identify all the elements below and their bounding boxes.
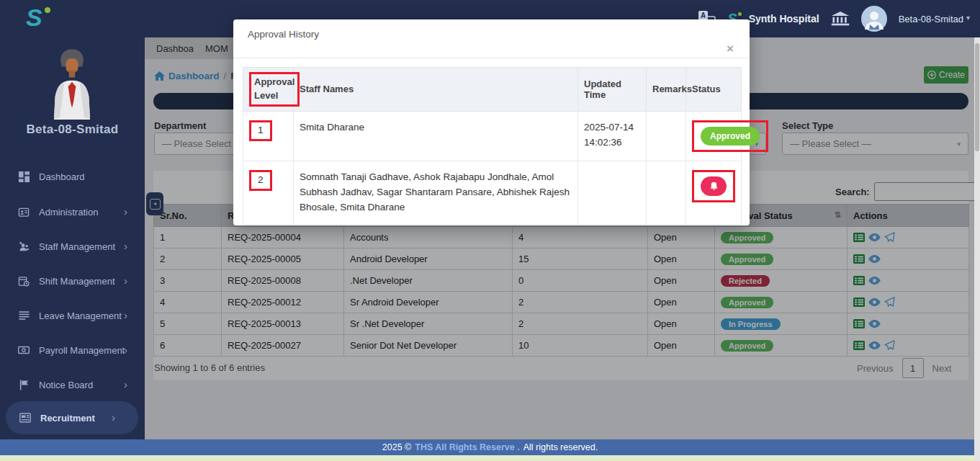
annotation-box: 1	[249, 120, 272, 141]
user-plus-icon	[17, 241, 30, 252]
chevron-right-icon: ›	[124, 311, 127, 320]
modal-header-staff: Staff Names	[294, 68, 578, 112]
annotation-box: Approved	[692, 120, 768, 153]
user-avatar[interactable]	[861, 6, 887, 32]
approval-history-modal: Approval History × Approval Level Staff …	[233, 19, 750, 225]
chevron-right-icon: ›	[124, 277, 127, 285]
footer-rights: All rights reserved.	[523, 442, 598, 452]
approval-level: 1	[258, 125, 264, 135]
approved-badge: Approved	[701, 127, 760, 146]
newspaper-icon	[19, 413, 32, 423]
approval-level: 2	[258, 174, 264, 185]
svg-text:A: A	[701, 12, 706, 19]
chevron-right-icon: ›	[124, 380, 127, 389]
sidebar-item-payroll-management[interactable]: Payroll Management ›	[0, 336, 145, 364]
annotation-box: Approval Level	[249, 72, 300, 107]
chevron-right-icon: ›	[124, 242, 127, 251]
flag-icon	[17, 380, 30, 390]
annotation-box	[692, 170, 735, 202]
modal-divider	[233, 58, 750, 58]
staff-names: Somnath Tanaji Gadhave, Ashok Rajabapu J…	[294, 161, 578, 225]
hospital-name: Synth Hospital	[749, 13, 819, 24]
sidebar-item-shift-management[interactable]: Shift Management ›	[0, 267, 145, 295]
app-logo[interactable]: S	[26, 3, 42, 32]
scrollbar-thumb[interactable]	[975, 43, 979, 151]
modal-row: 1 Smita Dharane 2025-07-14 14:02:36 Appr…	[243, 111, 742, 161]
sidebar-item-administration[interactable]: Administration ›	[0, 197, 145, 226]
bank-icon[interactable]	[831, 12, 850, 26]
calendar-clock-icon	[17, 276, 30, 287]
list-lines-icon	[17, 310, 30, 321]
sidebar-item-dashboard[interactable]: Dashboard	[0, 162, 145, 191]
annotation-box: 2	[249, 170, 272, 191]
close-icon[interactable]: ×	[727, 42, 734, 55]
modal-header-status: Status	[686, 68, 742, 112]
profile-avatar	[37, 48, 107, 122]
updated-time: 2025-07-14 14:02:36	[578, 111, 647, 161]
chevron-right-icon: ›	[124, 346, 127, 354]
id-card-icon	[17, 207, 30, 218]
modal-header-level: Approval Level	[254, 76, 295, 101]
sidebar-item-staff-management[interactable]: Staff Management ›	[0, 232, 145, 261]
caret-down-icon: ▾	[966, 14, 970, 24]
sidebar-item-notice-board[interactable]: Notice Board ›	[0, 370, 145, 399]
footer: 2025 © THS All Rights Reserve . All righ…	[0, 439, 980, 455]
modal-row: 2 Somnath Tanaji Gadhave, Ashok Rajabapu…	[243, 161, 742, 225]
modal-header-row: Approval Level Staff Names Updated Time …	[243, 68, 742, 112]
chevron-right-icon: ›	[112, 413, 115, 422]
bottom-strip	[0, 455, 980, 461]
sidebar: Beta-08-Smitad Dashboard Administration …	[0, 37, 145, 455]
user-menu[interactable]: Beta-08-Smitad▾	[899, 14, 970, 24]
chevron-right-icon: ›	[124, 207, 127, 216]
logo-dot-icon	[45, 7, 50, 13]
approval-history-table: Approval Level Staff Names Updated Time …	[243, 67, 742, 225]
footer-link[interactable]: THS All Rights Reserve .	[415, 442, 519, 452]
updated-time	[578, 161, 647, 225]
sidebar-item-recruitment[interactable]: Recruitment ›	[6, 401, 138, 434]
dashboard-icon	[17, 171, 30, 182]
pending-bell-badge[interactable]	[701, 176, 727, 196]
sidebar-item-leave-management[interactable]: Leave Management ›	[0, 301, 145, 330]
remarks	[647, 111, 686, 161]
staff-names: Smita Dharane	[294, 111, 578, 161]
remarks	[647, 161, 686, 225]
modal-title: Approval History	[248, 29, 319, 40]
banknote-icon	[17, 345, 30, 355]
modal-header-remarks: Remarks	[647, 68, 686, 112]
profile-name: Beta-08-Smitad	[0, 122, 145, 137]
footer-year: 2025 ©	[382, 442, 412, 452]
modal-header-updated: Updated Time	[578, 68, 647, 112]
